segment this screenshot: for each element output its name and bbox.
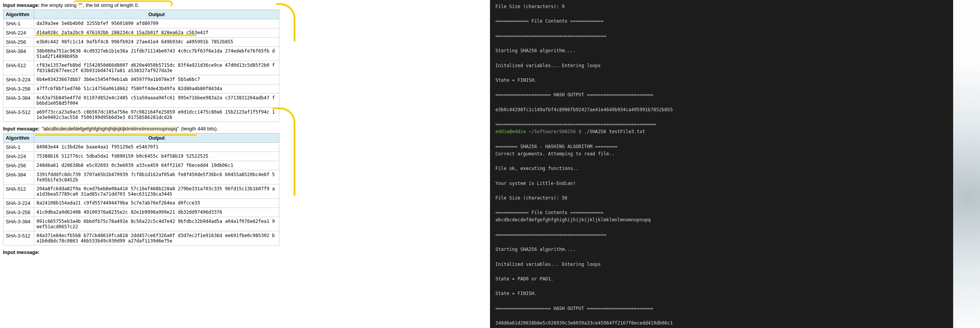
algo-cell: SHA-3-384 [3,217,34,231]
algo-cell: SHA-384 [3,170,34,185]
output-cell: 6b4e03423667dbb7 3b6e15454f0eb1ab d4597f… [34,75,279,84]
algo-cell: SHA-3-512 [3,231,34,246]
table-row: SHA-3-2246b4e03423667dbb7 3b6e15454f0eb1… [3,75,279,84]
table-row: SHA-3-51204a371e84ecfb5b8 b77cb48610fca8… [3,231,279,246]
table-row: SHA-3-256a7ffc6f8bf1ed766 51c14756a061d6… [3,84,279,94]
algo-cell: SHA-384 [3,47,34,61]
algo-cell: SHA-3-224 [3,75,34,84]
table-row: SHA-512204a8fc6dda82f0a 0ced7beb8e08a416… [3,185,279,199]
output-cell: cf83e1357eefb8bd f1542850d66d8007 d620e4… [34,61,279,75]
output-cell: 991c665755eb3a4b 6bbdfb75c78a492e 8c56a2… [34,217,279,231]
table-row: SHA-512cf83e1357eefb8bd f1542850d66d8007… [3,61,279,75]
table-row: SHA-256e3b0c442 98fc1c14 9afbf4c8 996fb9… [3,38,279,47]
algo-cell: SHA-3-384 [3,94,34,108]
hash-table-2: Algorithm Output SHA-184983e44 1c3bd26e … [3,133,279,246]
output-cell: 8a24108b154ada21 c9fd5574494479ba 5c7e7a… [34,199,279,208]
terminal-command: ./SHA256 testFile3.txt [584,129,645,134]
terminal[interactable]: File Size (characters): 0 ============ F… [490,0,953,328]
table-row: SHA-3-3840c63a75b845e4f7d 01107d852e4c24… [3,94,279,108]
input-message-label: Input message: [3,249,40,255]
output-cell: 84983e44 1c3bd26e baae4aa1 f95129e5 e546… [34,143,279,152]
input-message-1-tail: , the bit string of length 0. [83,2,139,8]
output-cell: 204a8fc6dda82f0a 0ced7beb8e08a416 57c16e… [34,185,279,199]
output-cell: e3b0c442 98fc1c14 9afbf4c8 996fb924 27ae… [34,38,279,47]
table-row: SHA-3843391fdddfc8dc739 3707a65b1b470939… [3,170,279,185]
table-row: SHA-256248d6a61 d20638b8 e5c02693 0c3e60… [3,161,279,170]
algo-cell: SHA-1 [3,143,34,152]
output-cell: 04a371e84ecfb5b8 b77cb48610fca818 2dd457… [34,231,279,246]
table-row: SHA-184983e44 1c3bd26e baae4aa1 f95129e5… [3,143,279,152]
algo-cell: SHA-3-256 [3,208,34,217]
input-message-label: Input message: [3,126,40,132]
terminal-user: eddie [495,129,509,134]
col-output: Output [34,134,279,143]
output-cell: 248d6a61 d20638b8 e5c02693 0c3e6039 a33c… [34,161,279,170]
input-message-1-value: "" [78,2,83,8]
table-row: SHA-3-25641c0dba2a9d62408 49100376a8235e… [3,208,279,217]
output-cell: a7ffc6f8bf1ed766 51c14756a061d662 f580ff… [34,84,279,94]
col-output: Output [34,10,279,19]
algo-cell: SHA-256 [3,38,34,47]
col-algorithm: Algorithm [3,134,34,143]
input-message-1-prefix: the empty string [41,2,78,8]
algo-cell: SHA-3-256 [3,84,34,94]
col-algorithm: Algorithm [3,10,34,19]
terminal-prompt-line[interactable]: eddie@eddie ~/Software/SHA256 $ ./SHA256… [495,128,948,135]
input-message-2: Input message: "abcdbcdecdefdefgefghfghi… [3,126,487,132]
terminal-host: eddie [512,129,526,134]
table-row: SHA-3-512a69f73cca23a9ac5 c8b567dc185a75… [3,108,279,122]
output-cell: 41c0dba2a9d62408 49100376a8235e2c 82e1b9… [34,208,279,217]
output-cell: a69f73cca23a9ac5 c8b567dc185a756e 97c982… [34,108,279,122]
output-cell: 0c63a75b845e4f7d 01107d852e4c2485 c51a50… [34,94,279,108]
input-message-3: Input message: [3,249,487,255]
algo-cell: SHA-3-512 [3,108,34,122]
algo-cell: SHA-512 [3,185,34,199]
terminal-path: ~/Software/SHA256 [526,129,578,134]
reference-doc-pane: Input message: the empty string "", the … [0,0,490,328]
terminal-output-block-1: File Size (characters): 0 ============ F… [495,3,948,128]
output-cell: 3391fdddfc8dc739 3707a65b1b470939 7cf8b1… [34,170,279,185]
input-message-label: Input message: [3,2,40,8]
input-message-1: Input message: the empty string "", the … [3,2,487,8]
input-message-2-tail: (length 448 bits). [180,126,218,132]
output-cell: da39a3ee 5e6b4b0d 3255bfef 95601890 afd8… [34,19,279,28]
output-cell: 75388b16 512776cc 5dba5da1 fd890150 b0c6… [34,152,279,161]
background-photo-strip [953,0,980,328]
algo-cell: SHA-3-224 [3,199,34,208]
table-row: SHA-3-2248a24108b154ada21 c9fd5574494479… [3,199,279,208]
terminal-dollar: $ [579,129,584,134]
algo-cell: SHA-224 [3,152,34,161]
input-message-2-value: "abcdbcdecdefdefgefghfghighijhijkijkljkl… [41,126,180,132]
algo-cell: SHA-224 [3,28,34,38]
table-row: SHA-1da39a3ee 5e6b4b0d 3255bfef 95601890… [3,19,279,28]
output-cell: 38b060a751ac9638 4cd9327eb1b1e36a 21fdb7… [34,47,279,61]
output-cell: d14a028c 2a3a2bc9 476102bb 288234c4 15a2… [34,28,279,38]
algo-cell: SHA-1 [3,19,34,28]
algo-cell: SHA-512 [3,61,34,75]
table-row: SHA-224d14a028c 2a3a2bc9 476102bb 288234… [3,28,279,38]
table-row: SHA-22475388b16 512776cc 5dba5da1 fd8901… [3,152,279,161]
terminal-output-block-2: ======== SHA256 - HASHING ALGORITHM ====… [495,135,948,328]
terminal-wrap: File Size (characters): 0 ============ F… [490,0,980,328]
algo-cell: SHA-256 [3,161,34,170]
table-row: SHA-38438b060a751ac9638 4cd9327eb1b1e36a… [3,47,279,61]
hash-table-1: Algorithm Output SHA-1da39a3ee 5e6b4b0d … [3,10,279,122]
table-row: SHA-3-384991c665755eb3a4b 6bbdfb75c78a49… [3,217,279,231]
